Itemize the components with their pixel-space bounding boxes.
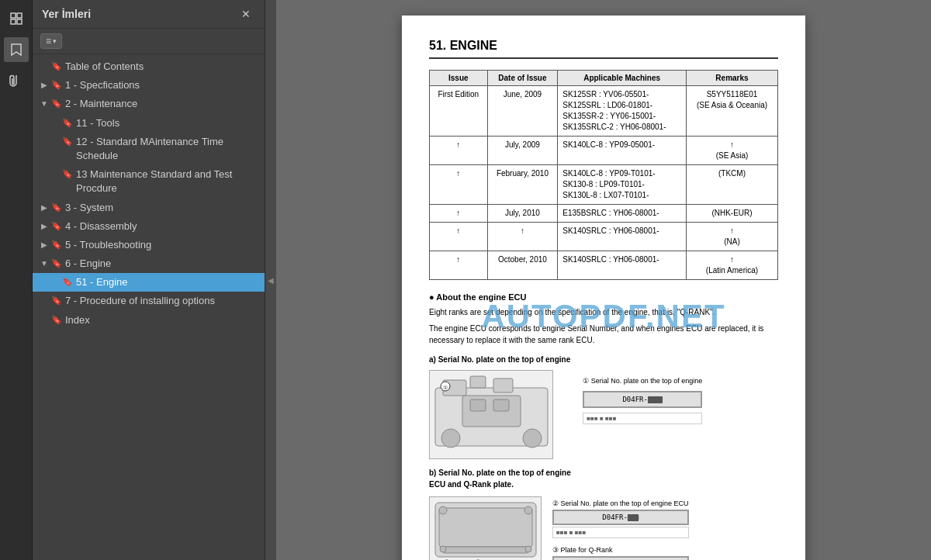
resize-handle[interactable]: ◀ [265,0,276,560]
sidebar-close-button[interactable]: ✕ [237,6,255,22]
sidebar-item-label: 11 - Tools [76,116,258,130]
serial-plate-b: D04FR-■■■ [552,510,689,525]
table-cell-machines: SK140SRLC : YH06-08001- [558,251,687,280]
table-cell-remarks: ↑(Latin America) [686,251,777,280]
pdf-section-title: 51. ENGINE [429,39,778,59]
sidebar-item-5-trouble[interactable]: ▶ 🔖 5 - Troubleshooting [33,236,265,254]
toggle-icon: ▶ [39,240,50,251]
table-header-issue: Issue [430,71,488,86]
svg-point-20 [440,546,446,552]
table-cell-date: July, 2009 [487,137,558,165]
serial-details-a: ① Serial No. plate on the top of engine … [583,354,702,424]
sidebar-item-label: Table of Contents [65,60,258,74]
table-row: First Edition June, 2009 SK125SR : YV06-… [430,86,778,137]
toggle-icon: ▶ [39,202,50,213]
bookmark-icon: 🔖 [51,79,62,91]
svg-rect-16 [439,508,532,547]
bookmark-icon: 🔖 [62,117,73,129]
table-cell-date: July, 2010 [487,205,558,223]
ecu-svg: ② ③ [431,499,540,561]
sidebar-item-toc[interactable]: 🔖 Table of Contents [33,57,265,76]
engine-drawing-a: ① [429,370,553,459]
sidebar-item-2-maint[interactable]: ▼ 🔖 2 - Maintenance [33,95,265,113]
sidebar: Yer İmleri ✕ ≡ ▾ 🔖 Table of Contents ▶ 🔖… [33,0,265,560]
sidebar-item-label: 12 - Standard MAintenance Time Schedule [76,135,258,163]
sidebar-menu-button[interactable]: ≡ ▾ [40,33,62,49]
table-cell-machines: SK140LC-8 : YP09-05001- [558,137,687,165]
attachments-icon[interactable] [4,68,29,93]
sidebar-item-label: 1 - Specfications [65,78,258,92]
table-cell-remarks: S5YY5118E01(SE Asia & Oceania) [686,86,777,137]
pages-icon[interactable] [4,6,29,31]
serial-sub-b: ■■■ ■ ■■■ [552,527,689,538]
pdf-ecu-subtitle: ● About the engine ECU [429,292,778,302]
sidebar-item-label: 6 - Engine [65,257,258,271]
svg-rect-3 [17,19,22,24]
left-toolbar [0,0,33,560]
table-header-remarks: Remarks [686,71,777,86]
table-cell-remarks: (NHK-EUR) [686,205,777,223]
sidebar-title: Yer İmleri [42,8,91,20]
bookmark-icon: 🔖 [51,202,62,213]
table-cell-machines: SK140SRLC : YH06-08001- [558,223,687,251]
sidebar-item-4-disass[interactable]: ▶ 🔖 4 - Disassembly [33,217,265,236]
toggle-icon: ▼ [39,258,50,269]
pdf-ecu-text1: Eight ranks are set depending on the spe… [429,306,778,318]
serial-sub-detail: ■■■ ■ ■■■ [583,413,702,424]
table-cell-machines: E135BSRLC : YH06-08001- [558,205,687,223]
table-cell-machines: SK140LC-8 : YP09-T0101- SK130-8 : LP09-T… [558,165,687,205]
bookmark-icon: 🔖 [51,239,62,251]
bookmarks-icon[interactable] [4,37,29,62]
bookmark-icon: 🔖 [51,98,62,109]
svg-rect-6 [470,376,486,388]
svg-rect-17 [443,547,528,553]
sidebar-item-51-engine[interactable]: 🔖 51 - Engine [33,273,265,292]
svg-point-19 [524,506,532,514]
engine-illustration-a: a) Serial No. plate on the top of engine [429,354,778,459]
sidebar-item-11-tools[interactable]: 🔖 11 - Tools [33,114,265,133]
svg-rect-7 [493,379,513,392]
sidebar-item-label: 2 - Maintenance [65,97,258,111]
engine-svg: ① [431,372,552,458]
bookmark-icon: 🔖 [51,220,62,232]
sidebar-item-13-maint[interactable]: 🔖 13 Maintenance Standard and Test Procd… [33,165,265,198]
serial-section-a-label: a) Serial No. plate on the top of engine [429,354,570,365]
sidebar-item-label: 5 - Troubleshooting [65,238,258,252]
sidebar-item-label: 4 - Disassembly [65,220,258,233]
sidebar-item-index[interactable]: 🔖 Index [33,311,265,330]
table-row: ↑ July, 2010 E135BSRLC : YH06-08001- (NH… [430,205,778,223]
sidebar-item-label: 13 Maintenance Standard and Test Procdur… [76,168,258,195]
bookmark-icon: 🔖 [62,276,73,288]
table-cell-remarks: ↑(NA) [686,223,777,251]
pdf-ecu-text2: The engine ECU corresponds to engine Ser… [429,323,778,346]
sidebar-header: Yer İmleri ✕ [33,0,265,29]
table-cell-issue: First Edition [430,86,488,137]
sidebar-item-6-engine[interactable]: ▼ 🔖 6 - Engine [33,254,265,273]
table-row: ↑ October, 2010 SK140SRLC : YH06-08001- … [430,251,778,280]
serial-plate-a: D04FR-■■■■ [583,391,702,408]
table-cell-date: February, 2010 [487,165,558,205]
table-cell-remarks: (TKCM) [686,165,777,205]
bookmark-icon: 🔖 [62,168,73,180]
table-cell-issue: ↑ [430,251,488,280]
table-cell-issue: ↑ [430,223,488,251]
svg-rect-11 [470,399,486,411]
ecu-box: ② ③ [429,496,542,560]
sidebar-item-1-spec[interactable]: ▶ 🔖 1 - Specfications [33,76,265,95]
table-cell-date: October, 2010 [487,251,558,280]
svg-point-9 [523,429,542,448]
svg-point-21 [525,546,531,552]
sidebar-item-7-proc[interactable]: 🔖 7 - Procedure of installing options [33,292,265,310]
sidebar-item-3-sys[interactable]: ▶ 🔖 3 - System [33,199,265,217]
table-cell-remarks: ↑(SE Asia) [686,137,777,165]
sidebar-item-label: 7 - Procedure of installing options [65,294,258,308]
table-header-machines: Applicable Machines [558,71,687,86]
content-area: ◀ AUTOPDF.NET 51. ENGINE Issue Date of I… [265,0,931,560]
bookmark-icon: 🔖 [51,60,62,72]
pdf-viewer[interactable]: AUTOPDF.NET 51. ENGINE Issue Date of Iss… [276,0,931,560]
sidebar-item-label: 51 - Engine [76,275,258,289]
sidebar-item-12-std[interactable]: 🔖 12 - Standard MAintenance Time Schedul… [33,133,265,165]
table-cell-issue: ↑ [430,205,488,223]
toggle-icon: ▶ [39,221,50,232]
bookmark-icon: 🔖 [51,314,62,326]
